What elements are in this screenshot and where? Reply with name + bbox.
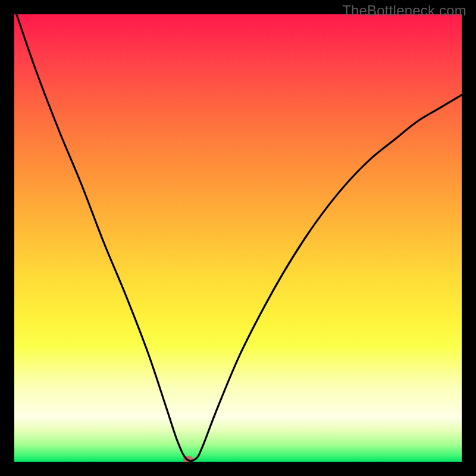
watermark-text: TheBottleneck.com bbox=[342, 2, 466, 19]
bottleneck-curve bbox=[14, 14, 462, 462]
chart-frame: TheBottleneck.com bbox=[0, 0, 476, 476]
plot-area bbox=[14, 14, 462, 462]
